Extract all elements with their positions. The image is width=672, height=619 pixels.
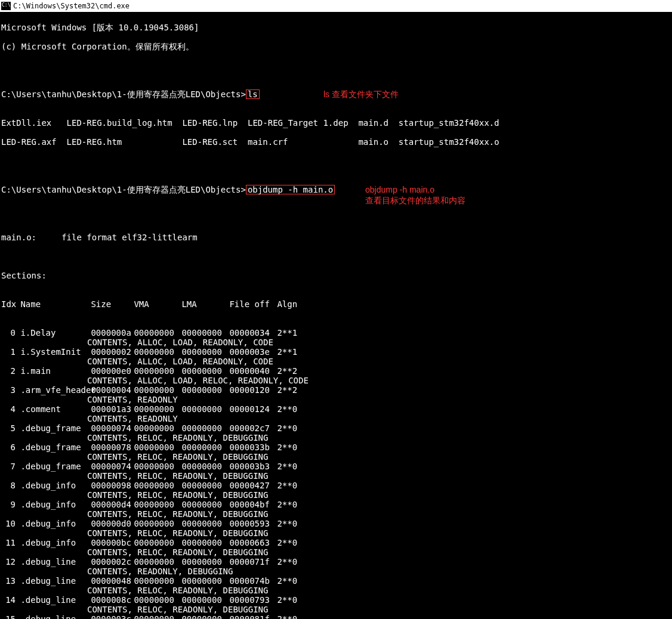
file-format-line: main.o: file format elf32-littlearm — [1, 233, 671, 242]
section-flags: CONTENTS, RELOC, READONLY, DEBUGGING — [1, 433, 671, 442]
section-flags: CONTENTS, RELOC, READONLY, DEBUGGING — [1, 452, 671, 462]
header-idx: Idx — [1, 299, 16, 309]
ls-output-row-1: ExtDll.iex LED-REG.build_log.htm LED-REG… — [1, 118, 671, 128]
section-flags: CONTENTS, RELOC, READONLY, DEBUGGING — [1, 605, 671, 614]
section-row: 2 i.main000000e0000000000000000000000040… — [1, 366, 671, 376]
section-row: 3 .arm_vfe_header00000004000000000000000… — [1, 385, 671, 395]
section-row: 5 .debug_frame00000074000000000000000000… — [1, 423, 671, 433]
section-flags: CONTENTS, READONLY — [1, 414, 671, 423]
blank-line — [1, 252, 671, 261]
annotation-objdump-2: 查看目标文件的结果和内容 — [365, 196, 466, 205]
section-row: 11 .debug_info000000bc000000000000000000… — [1, 538, 671, 547]
section-flags: CONTENTS, ALLOC, LOAD, READONLY, CODE — [1, 357, 671, 366]
blank-line — [1, 156, 671, 166]
section-flags: CONTENTS, READONLY — [1, 395, 671, 404]
section-flags: CONTENTS, ALLOC, LOAD, RELOC, READONLY, … — [1, 376, 671, 385]
cmd-objdump-highlight: objdump -h main.o — [246, 185, 335, 194]
section-row: 1 i.SystemInit00000002000000000000000000… — [1, 347, 671, 357]
section-row: 4 .comment000001a30000000000000000000001… — [1, 404, 671, 414]
section-flags: CONTENTS, RELOC, READONLY, DEBUGGING — [1, 586, 671, 595]
section-row: 0 i.Delay0000000a00000000000000000000003… — [1, 328, 671, 338]
ls-output-row-2: LED-REG.axf LED-REG.htm LED-REG.sct main… — [1, 137, 671, 147]
window-title: C:\Windows\System32\cmd.exe — [13, 2, 130, 10]
section-row: 13 .debug_line00000048000000000000000000… — [1, 576, 671, 586]
section-row: 10 .debug_info000000d0000000000000000000… — [1, 519, 671, 528]
blank-line — [1, 61, 671, 70]
header-name: Name — [20, 299, 91, 309]
cmd-ls-highlight: ls — [246, 89, 260, 99]
annotation-objdump-1: objdump -h main.o — [365, 185, 434, 194]
header-size: Size — [91, 299, 134, 309]
sections-header: Idx NameSizeVMALMAFile offAlgn — [1, 299, 671, 309]
header-fileoff: File off — [229, 299, 277, 309]
prompt-path-2: C:\Users\tanhu\Desktop\1-使用寄存器点亮LED\Obje… — [1, 185, 246, 194]
prompt-ls: C:\Users\tanhu\Desktop\1-使用寄存器点亮LED\Obje… — [1, 89, 671, 99]
section-flags: CONTENTS, RELOC, READONLY, DEBUGGING — [1, 547, 671, 557]
section-row: 12 .debug_line0000002c000000000000000000… — [1, 557, 671, 567]
blank-line — [1, 213, 671, 223]
annotation-ls: ls 查看文件夹下文件 — [323, 89, 399, 99]
sections-body: 0 i.Delay0000000a00000000000000000000003… — [1, 328, 671, 619]
section-flags: CONTENTS, RELOC, READONLY, DEBUGGING — [1, 528, 671, 538]
prompt-path-1: C:\Users\tanhu\Desktop\1-使用寄存器点亮LED\Obje… — [1, 89, 246, 99]
window-titlebar[interactable]: C:\Windows\System32\cmd.exe — [0, 0, 672, 12]
section-row: 8 .debug_info000000980000000000000000000… — [1, 481, 671, 490]
section-row: 6 .debug_frame00000078000000000000000000… — [1, 442, 671, 452]
header-lma: LMA — [181, 299, 229, 309]
sections-title: Sections: — [1, 271, 671, 280]
cmd-icon — [1, 2, 11, 10]
terminal[interactable]: Microsoft Windows [版本 10.0.19045.3086] (… — [0, 12, 672, 619]
section-row: 14 .debug_line0000008c000000000000000000… — [1, 595, 671, 605]
intro-line-2: (c) Microsoft Corporation。保留所有权利。 — [1, 42, 671, 51]
section-row: 9 .debug_info000000d40000000000000000000… — [1, 500, 671, 509]
prompt-objdump: C:\Users\tanhu\Desktop\1-使用寄存器点亮LED\Obje… — [1, 185, 671, 194]
section-row: 15 .debug_line0000003c000000000000000000… — [1, 614, 671, 619]
section-flags: CONTENTS, READONLY, DEBUGGING — [1, 567, 671, 576]
section-row: 7 .debug_frame00000074000000000000000000… — [1, 462, 671, 471]
intro-line-1: Microsoft Windows [版本 10.0.19045.3086] — [1, 23, 671, 32]
section-flags: CONTENTS, RELOC, READONLY, DEBUGGING — [1, 471, 671, 481]
header-vma: VMA — [134, 299, 181, 309]
section-flags: CONTENTS, RELOC, READONLY, DEBUGGING — [1, 509, 671, 519]
section-flags: CONTENTS, ALLOC, LOAD, READONLY, CODE — [1, 338, 671, 347]
header-algn: Algn — [277, 299, 297, 309]
section-flags: CONTENTS, RELOC, READONLY, DEBUGGING — [1, 490, 671, 500]
